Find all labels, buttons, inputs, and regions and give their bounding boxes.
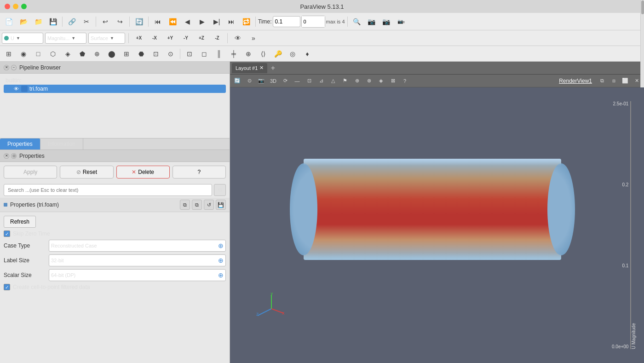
close-button[interactable] [5,4,10,9]
delete-button[interactable]: ✕ Delete [116,166,170,179]
filter-btn-12[interactable]: ⊙ [164,47,178,60]
layout-tab-1[interactable]: Layout #1 ✕ [232,63,267,73]
filter-btn-15[interactable]: ║ [212,47,226,60]
filter-btn-20[interactable]: ◎ [286,47,299,60]
camera-button2[interactable]: 📷₂ [394,15,408,28]
play-back-button[interactable]: ◀ [180,15,194,28]
orient-y-pos[interactable]: +Y [163,32,177,45]
rv-btn-10[interactable]: ⊕ [351,76,362,86]
rv-layout-split-v[interactable]: ⧉ [597,76,608,86]
screenshot-button[interactable]: 📷 [365,15,379,28]
rv-maximize[interactable]: ⬜ [620,76,631,86]
rv-btn-11[interactable]: ⊗ [363,76,374,86]
filter-btn-8[interactable]: ⬤ [105,47,119,60]
rv-btn-2[interactable]: ⊙ [244,76,255,86]
rv-btn-9[interactable]: ⚑ [339,76,351,86]
filter-btn-17[interactable]: ⊕ [242,47,255,60]
orient-y-neg[interactable]: -Y [179,32,193,45]
orient-z-pos[interactable]: +Z [195,32,208,45]
filter-btn-9[interactable]: ⊞ [120,47,133,60]
filter-btn-5[interactable]: ◈ [61,47,75,60]
rv-screenshot[interactable]: 📷 [256,76,267,86]
rv-btn-6[interactable]: ⊡ [304,76,315,86]
search-input[interactable] [4,184,212,196]
refresh-button[interactable]: Refresh [4,216,36,228]
rv-btn-rotate[interactable]: ⟳ [280,76,291,86]
filter-btn-11[interactable]: ⊡ [149,47,163,60]
first-frame-button[interactable]: ⏮ [151,15,165,28]
cell-to-point-checkbox[interactable]: ✓ [4,284,10,290]
tab-information[interactable]: Information [40,138,83,150]
play-button[interactable]: ▶ [195,15,209,28]
connect-button[interactable]: 🔗 [65,15,79,28]
props-close-btn[interactable]: ✕ [4,153,9,159]
play-fwd-button[interactable]: ▶| [210,15,224,28]
filter-btn-19[interactable]: 🔑 [271,47,285,60]
representation-select[interactable]: Surface ▼ [88,33,125,44]
time-step-input[interactable] [302,16,325,27]
load-state-button[interactable]: 📁 [31,15,45,28]
filter-btn-6[interactable]: ⬟ [75,47,89,60]
rv-btn-13[interactable]: ⊠ [387,76,398,86]
pipeline-float-btn[interactable]: − [11,65,17,70]
double-chevron-button[interactable]: » [247,32,260,45]
prev-frame-button[interactable]: ⏪ [166,15,179,28]
orient-z-neg[interactable]: -Z [210,32,224,45]
filter-btn-13[interactable]: ⊡ [183,47,196,60]
open-button[interactable]: 📂 [17,15,30,28]
time-value-input[interactable] [273,16,300,27]
last-frame-button[interactable]: ⏭ [224,15,238,28]
coloring-select[interactable]: Magnitu... ▼ [45,33,86,44]
pipeline-close-btn[interactable]: ✕ [4,65,9,70]
skip-zero-time-checkbox[interactable]: ✓ [4,230,10,237]
render-area[interactable]: z y x 2.5e-01 0.2 0.1 [230,87,644,363]
camera-button1[interactable]: 📷 [380,15,393,28]
rv-btn-8[interactable]: △ [328,76,339,86]
add-layout-button[interactable]: + [268,63,277,73]
orient-x-neg[interactable]: -X [148,32,161,45]
scalar-size-select[interactable]: 64-bit (DP) ⊕ [49,269,226,281]
apply-button[interactable]: Apply [4,166,57,179]
filter-btn-10[interactable]: ⬣ [134,47,148,60]
disconnect-button[interactable]: ✂ [80,15,93,28]
settings-icon[interactable]: ⚙ [214,184,226,196]
filter-btn-14[interactable]: ◻ [197,47,211,60]
reset-button[interactable]: ⊘ Reset [60,166,113,179]
loop-button[interactable]: 🔁 [239,15,253,28]
maximize-button[interactable] [21,4,27,9]
zoom-to-fit-button[interactable]: 🔍 [350,15,364,28]
filter-btn-7[interactable]: ⊕ [90,47,104,60]
filter-btn-3[interactable]: □ [31,47,45,60]
filter-btn-18[interactable]: ⟨⟩ [256,47,270,60]
rv-btn-12[interactable]: ◈ [375,76,386,86]
filter-btn-16[interactable]: ╪ [227,47,241,60]
case-type-select[interactable]: Reconstructed Case ⊕ [49,240,226,252]
refresh-button[interactable]: 🔄 [132,15,146,28]
save-btn[interactable]: 💾 [216,200,226,210]
orient-x-pos[interactable]: +X [132,32,146,45]
renderview-title[interactable]: RenderView1 [559,78,592,84]
save-state-button[interactable]: 💾 [46,15,60,28]
refresh-small-btn[interactable]: ↺ [204,200,214,210]
pipeline-item-builtin[interactable]: builtin: [4,76,226,85]
rv-btn-1[interactable]: 🔄 [232,76,243,86]
filter-btn-21[interactable]: ♦ [300,47,314,60]
rv-3d-label[interactable]: 3D [268,76,279,86]
props-float-btn[interactable]: ◎ [11,153,17,159]
rv-btn-14[interactable]: ? [399,76,410,86]
variable-select[interactable]: U ▼ [2,33,43,44]
undo-button[interactable]: ↩ [98,15,112,28]
paste-btn[interactable]: ⧉ [192,200,202,210]
layout-tab-close[interactable]: ✕ [259,65,264,71]
new-button[interactable]: 📄 [2,15,16,28]
tab-properties[interactable]: Properties [0,138,40,150]
rv-layout-split-h[interactable]: ⧈ [608,76,619,86]
copy-btn[interactable]: ⧉ [180,200,190,210]
label-size-select[interactable]: 32-bit ⊕ [49,254,226,266]
filter-btn-1[interactable]: ⊞ [2,47,16,60]
filter-btn-2[interactable]: ◉ [17,47,30,60]
help-button[interactable]: ? [172,166,226,179]
pipeline-item-trifoam[interactable]: 👁 tri.foam [4,85,226,93]
show-all-button[interactable]: 👁 [231,32,245,45]
minimize-button[interactable] [13,4,18,9]
